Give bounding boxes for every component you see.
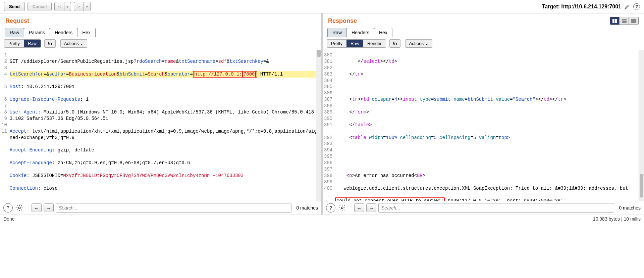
request-tabs: Raw Params Headers Hex <box>0 28 321 37</box>
search-next-button[interactable]: → <box>44 203 54 212</box>
svg-rect-4 <box>622 21 627 23</box>
settings-icon[interactable] <box>337 203 347 213</box>
svg-rect-3 <box>622 19 627 20</box>
request-actions-menu[interactable]: Actions ⌄ <box>60 39 87 48</box>
target-label: Target: http://10.6.214.129:7001 <box>542 4 621 10</box>
history-forward-button[interactable]: > <box>74 2 84 11</box>
history-forward-split: > ▾ <box>74 2 91 11</box>
response-panel: Response Raw Headers Hex Pretty Raw Rend… <box>323 13 644 215</box>
history-forward-menu[interactable]: ▾ <box>84 2 91 11</box>
layout-single-icon[interactable] <box>629 17 638 25</box>
search-prev-button[interactable]: ← <box>354 203 364 212</box>
newline-toggle[interactable]: \n <box>44 39 56 48</box>
response-scrollbar[interactable] <box>639 50 644 201</box>
response-code[interactable]: </select></td> </tr> <tr><td colspan=4><… <box>334 50 644 201</box>
tab-params[interactable]: Params <box>24 28 50 37</box>
pretty-button[interactable]: Pretty <box>4 40 24 47</box>
tab-headers[interactable]: Headers <box>346 28 374 37</box>
render-button[interactable]: Render <box>363 40 386 47</box>
tab-raw[interactable]: Raw <box>5 28 24 37</box>
svg-rect-1 <box>612 19 614 23</box>
raw-button[interactable]: Raw <box>24 40 41 47</box>
request-panel: Request Raw Params Headers Hex Pretty Ra… <box>0 13 323 215</box>
response-gutter: 380381382383384385386387388389390391 392… <box>323 50 334 201</box>
edit-target-icon[interactable] <box>624 3 631 10</box>
response-title: Response <box>323 13 362 28</box>
response-view-segment: Pretty Raw Render <box>327 39 386 48</box>
search-next-button[interactable]: → <box>366 203 376 212</box>
svg-rect-5 <box>631 19 636 23</box>
request-gutter: 1234 5 67891011 <box>0 50 9 201</box>
response-editor[interactable]: 380381382383384385386387388389390391 392… <box>323 50 644 201</box>
help-icon[interactable]: ? <box>3 203 13 213</box>
toolbar-right: Target: http://10.6.214.129:7001 ? <box>542 3 640 10</box>
response-tabs: Raw Headers Hex <box>323 28 644 37</box>
response-matches-label: 0 matches <box>619 205 641 211</box>
response-actions-menu[interactable]: Actions ⌄ <box>405 39 432 48</box>
search-prev-button[interactable]: ← <box>32 203 42 212</box>
status-right: 10,983 bytes | 10 millis <box>593 216 641 222</box>
request-view-segment: Pretty Raw <box>4 39 41 48</box>
send-button[interactable]: Send <box>4 2 25 11</box>
response-search-input[interactable] <box>378 203 614 213</box>
help-icon[interactable]: ? <box>326 203 335 213</box>
top-toolbar: Send Cancel < ▾ > ▾ Target: http://10.6.… <box>0 0 644 13</box>
newline-toggle[interactable]: \n <box>389 39 401 48</box>
history-back-menu[interactable]: ▾ <box>64 2 71 11</box>
status-bar: Done 10,983 bytes | 10 millis <box>0 215 644 223</box>
request-bottom-bar: ? ← → 0 matches <box>0 201 321 215</box>
history-back-button[interactable]: < <box>54 2 64 11</box>
tab-hex[interactable]: Hex <box>374 28 392 37</box>
request-subtoolbar: Pretty Raw \n Actions ⌄ <box>0 37 321 50</box>
cancel-button[interactable]: Cancel <box>28 2 52 11</box>
raw-button[interactable]: Raw <box>346 40 363 47</box>
settings-icon[interactable] <box>15 203 24 213</box>
request-title: Request <box>0 13 321 28</box>
layout-rows-icon[interactable] <box>620 17 629 25</box>
svg-point-0 <box>18 207 20 209</box>
toolbar-left: Send Cancel < ▾ > ▾ <box>4 2 91 11</box>
request-search-input[interactable] <box>56 203 291 213</box>
layout-toggle <box>610 17 639 25</box>
response-bottom-bar: ? ← → 0 matches <box>323 201 644 215</box>
tab-raw[interactable]: Raw <box>327 28 347 37</box>
tab-headers[interactable]: Headers <box>50 28 77 37</box>
request-editor[interactable]: 1234 5 67891011 GET /uddiexplorer/Search… <box>0 50 321 201</box>
status-left: Done <box>3 216 14 222</box>
request-code[interactable]: GET /uddiexplorer/SearchPublicRegistries… <box>9 50 321 201</box>
response-subtoolbar: Pretty Raw Render \n Actions ⌄ <box>323 37 644 50</box>
request-matches-label: 0 matches <box>296 205 318 211</box>
svg-point-6 <box>341 207 343 209</box>
tab-hex[interactable]: Hex <box>77 28 96 37</box>
help-icon[interactable]: ? <box>633 3 640 10</box>
history-back-split: < ▾ <box>54 2 71 11</box>
layout-columns-icon[interactable] <box>610 17 620 25</box>
panels: Request Raw Params Headers Hex Pretty Ra… <box>0 13 644 215</box>
pretty-button[interactable]: Pretty <box>327 40 346 47</box>
request-scrollbar[interactable] <box>316 50 321 201</box>
svg-rect-2 <box>615 19 617 23</box>
